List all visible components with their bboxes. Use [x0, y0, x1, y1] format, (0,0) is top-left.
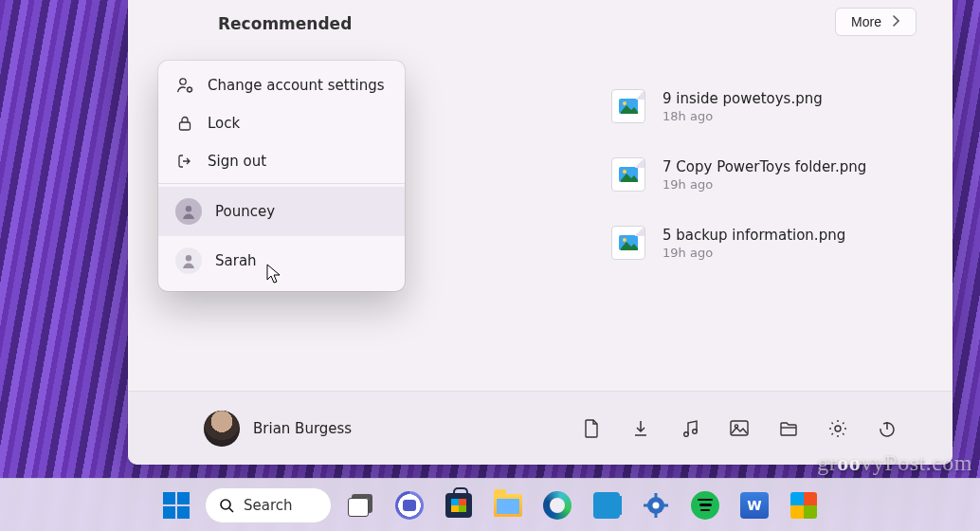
- switch-user-label: Pouncey: [215, 203, 275, 220]
- spotify-icon: [691, 491, 719, 520]
- search-icon: [219, 498, 234, 513]
- recent-item-time: 18h ago: [662, 109, 823, 123]
- flyout-item-label: Change account settings: [208, 77, 385, 94]
- lock-icon: [175, 114, 194, 133]
- footer-shortcut-row: [581, 418, 898, 439]
- taskbar-app-blue[interactable]: [586, 485, 627, 526]
- svg-point-10: [186, 255, 191, 261]
- gear-icon: [643, 492, 669, 519]
- image-file-icon: [611, 157, 645, 192]
- user-avatar-icon: [175, 247, 202, 274]
- svg-point-11: [684, 431, 689, 436]
- svg-point-1: [623, 101, 626, 105]
- svg-point-3: [623, 170, 626, 174]
- svg-point-17: [221, 500, 230, 509]
- power-icon[interactable]: [877, 418, 898, 439]
- pictures-icon[interactable]: [729, 418, 750, 439]
- sign-out-item[interactable]: Sign out: [158, 142, 405, 180]
- settings-icon[interactable]: [827, 418, 848, 439]
- taskbar-search-label: Search: [244, 497, 293, 514]
- account-flyout: Change account settings Lock Sign out Po…: [158, 61, 405, 291]
- current-user-name: Brian Burgess: [253, 420, 352, 437]
- recent-item-time: 19h ago: [662, 177, 866, 192]
- user-gear-icon: [175, 76, 194, 95]
- taskbar-chat[interactable]: [389, 485, 430, 526]
- svg-point-19: [653, 502, 660, 508]
- more-button-label: More: [851, 14, 881, 29]
- recent-item-name: 9 inside powetoys.png: [662, 90, 823, 107]
- recent-item[interactable]: 9 inside powetoys.png 18h ago: [611, 72, 924, 140]
- user-avatar-icon: [175, 198, 202, 225]
- change-account-settings-item[interactable]: Change account settings: [158, 66, 405, 104]
- task-view-icon: [348, 498, 369, 517]
- powertoys-icon: [790, 492, 817, 519]
- switch-user-pouncey[interactable]: Pouncey: [158, 187, 405, 236]
- file-explorer-icon: [494, 494, 522, 517]
- taskbar-edge[interactable]: [536, 485, 578, 526]
- recent-item-time: 19h ago: [662, 246, 845, 260]
- watermark: groovyPost.com: [817, 450, 972, 476]
- flyout-item-label: Lock: [208, 115, 240, 132]
- svg-rect-20: [655, 493, 658, 498]
- lock-item[interactable]: Lock: [158, 104, 405, 142]
- svg-point-12: [693, 429, 698, 433]
- edge-icon: [543, 491, 572, 520]
- taskbar-spotify[interactable]: [684, 485, 726, 526]
- recent-item-name: 5 backup information.png: [662, 227, 845, 244]
- file-explorer-icon[interactable]: [778, 418, 799, 439]
- svg-rect-23: [663, 504, 668, 506]
- sign-out-icon: [175, 152, 194, 171]
- user-avatar: [204, 411, 240, 447]
- downloads-icon[interactable]: [630, 418, 651, 439]
- more-button[interactable]: More: [835, 8, 916, 36]
- taskbar-word[interactable]: W: [734, 485, 775, 526]
- microsoft-store-icon: [445, 493, 472, 518]
- flyout-separator: [158, 183, 405, 184]
- taskbar-search[interactable]: Search: [205, 487, 332, 523]
- flyout-item-label: Sign out: [208, 153, 266, 170]
- image-file-icon: [611, 226, 645, 260]
- app-icon: [593, 492, 620, 519]
- switch-user-sarah[interactable]: Sarah: [158, 236, 405, 285]
- svg-point-5: [623, 238, 626, 242]
- taskbar-file-explorer[interactable]: [487, 485, 529, 526]
- svg-point-9: [186, 206, 191, 211]
- taskbar-settings[interactable]: [635, 485, 677, 526]
- music-icon[interactable]: [680, 418, 700, 439]
- switch-user-label: Sarah: [215, 252, 257, 269]
- documents-icon[interactable]: [581, 418, 602, 439]
- taskbar-powertoys[interactable]: [783, 485, 825, 526]
- word-icon: W: [740, 492, 769, 519]
- chat-icon: [395, 491, 424, 520]
- svg-rect-21: [655, 513, 658, 518]
- svg-point-6: [180, 79, 186, 84]
- task-view-button[interactable]: [339, 485, 381, 526]
- start-menu-panel: Recommended More 9 inside powetoys.png 1…: [128, 0, 953, 465]
- recommended-heading: Recommended: [218, 14, 352, 33]
- start-button[interactable]: [155, 485, 197, 526]
- recent-item[interactable]: 7 Copy PowerToys folder.png 19h ago: [611, 140, 924, 209]
- chevron-right-icon: [893, 15, 900, 29]
- svg-rect-13: [731, 421, 748, 435]
- svg-rect-8: [180, 122, 191, 130]
- taskbar: Search W: [0, 478, 980, 531]
- svg-rect-22: [644, 504, 648, 506]
- windows-logo-icon: [163, 492, 190, 519]
- recent-item-name: 7 Copy PowerToys folder.png: [662, 158, 866, 175]
- taskbar-store[interactable]: [438, 485, 480, 526]
- recommended-recent-list: 9 inside powetoys.png 18h ago 7 Copy Pow…: [611, 72, 924, 277]
- svg-point-15: [835, 426, 841, 431]
- recent-item[interactable]: 5 backup information.png 19h ago: [611, 209, 924, 277]
- current-user-button[interactable]: Brian Burgess: [204, 411, 352, 447]
- image-file-icon: [611, 89, 645, 123]
